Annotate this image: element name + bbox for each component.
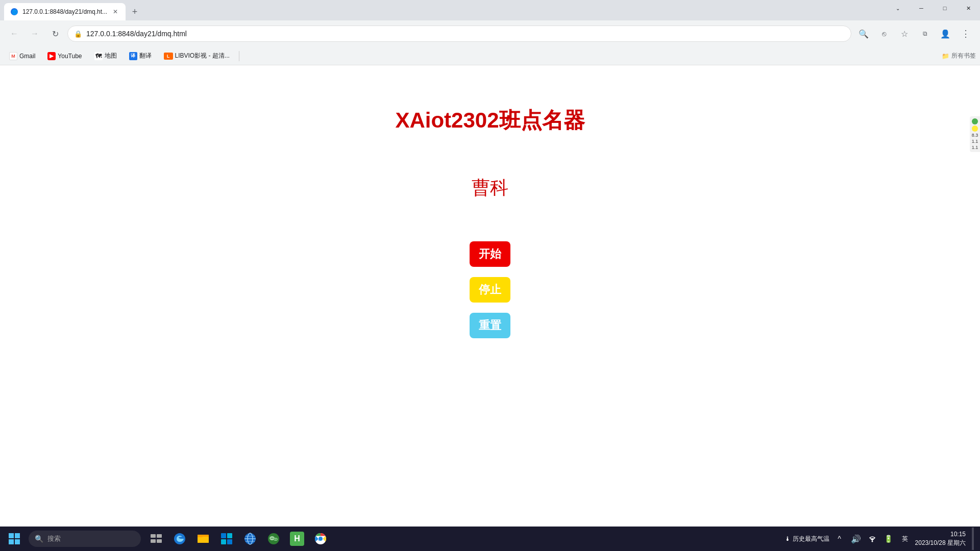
all-bookmarks-button[interactable]: 📁 所有书签 [942,52,976,60]
clock[interactable]: 10:15 2023/10/28 星期六 [915,530,966,547]
taskbar-search[interactable]: 🔍 搜索 [29,531,141,547]
taskview-icon [150,533,162,545]
weather-label: 历史最高气温 [793,535,829,543]
back-button[interactable]: ← [6,26,22,42]
bookmark-maps-label: 地图 [105,52,117,60]
sidebar-num-2: 1.1 [972,139,978,144]
svg-rect-5 [15,539,20,544]
taskview-button[interactable] [145,528,167,550]
split-button[interactable]: ⧉ [917,26,933,42]
search-button[interactable]: 🔍 [855,26,872,42]
svg-rect-4 [9,539,14,544]
bookmark-gmail[interactable]: M Gmail [4,49,40,63]
sidebar-num-3: 1.1 [972,145,978,150]
sidebar-dot-green [972,118,978,124]
close-button[interactable]: ✕ [957,0,980,16]
share-button[interactable]: ⎋ [876,26,892,42]
tab-close-button[interactable]: ✕ [111,8,119,16]
bookmark-translate-label: 翻译 [139,52,152,60]
minimize-button[interactable]: ─ [910,0,933,16]
new-tab-button[interactable]: + [128,5,142,19]
secure-icon: 🔒 [74,30,82,38]
svg-rect-15 [221,539,226,544]
page-content: XAiot2302班点名器 曹科 开始 停止 重置 8.3 1.1 1.1 [0,65,980,551]
gmail-favicon: M [9,52,17,60]
reload-button[interactable]: ↻ [47,26,63,42]
menu-button[interactable]: ⋮ [958,26,974,42]
show-hidden-icons[interactable]: ^ [834,533,846,545]
translate-favicon: 译 [129,52,137,60]
search-label: 搜索 [47,534,61,543]
volume-icon[interactable]: 🔊 [850,533,862,545]
explorer-icon [196,532,210,546]
bookmark-button[interactable]: ☆ [896,26,913,42]
bookmark-gmail-label: Gmail [19,53,35,60]
windows-icon [8,533,20,545]
lang-indicator[interactable]: 英 [899,533,911,545]
svg-rect-8 [151,539,156,543]
wechat-app[interactable] [262,528,285,550]
svg-point-25 [271,538,272,539]
wifi-icon [868,534,877,543]
bookmark-translate[interactable]: 译 翻译 [124,49,157,63]
weather-widget[interactable]: 🌡 历史最高气温 [785,535,829,543]
selected-student-name: 曹科 [472,176,508,201]
svg-rect-14 [227,533,232,538]
all-bookmarks-label: 所有书签 [951,52,976,60]
bookmark-separator [239,51,239,61]
store-app[interactable] [215,528,238,550]
maximize-button[interactable]: □ [933,0,957,16]
browser-app[interactable] [239,528,261,550]
reset-button[interactable]: 重置 [470,313,510,338]
browser-icon [243,532,257,546]
bookmark-libvio[interactable]: L LIBVIO影视 - 超清... [159,49,235,63]
bookmark-libvio-label: LIBVIO影视 - 超清... [175,52,230,60]
url-input[interactable]: 🔒 127.0.0.1:8848/day21/dmq.html [67,26,851,42]
browser-frame: 🌐 127.0.0.1:8848/day21/dmq.ht... ✕ + ⌄ ─… [0,0,980,551]
h-app-icon: H [290,532,304,546]
time-display: 10:15 [915,530,966,539]
right-sidebar: 8.3 1.1 1.1 [970,116,980,152]
tab-title: 127.0.0.1:8848/day21/dmq.ht... [22,8,107,15]
network-icon[interactable] [866,533,878,545]
account-button[interactable]: 👤 [937,26,953,42]
battery-icon[interactable]: 🔋 [883,533,895,545]
bookmarks-bar: M Gmail ▶ YouTube 🗺 地图 译 翻译 L LIBVIO影视 -… [0,47,980,65]
wechat-icon [266,532,281,546]
store-icon [219,532,234,546]
h-app[interactable]: H [286,528,308,550]
svg-rect-3 [15,533,20,538]
page-title: XAiot2302班点名器 [395,106,584,135]
svg-rect-16 [227,539,232,544]
svg-point-28 [276,539,277,540]
url-text: 127.0.0.1:8848/day21/dmq.html [86,30,845,38]
taskbar-apps: H [141,528,785,550]
svg-text:🌐: 🌐 [12,9,18,15]
tab-down-arrow[interactable]: ⌄ [886,0,910,16]
explorer-app[interactable] [192,528,214,550]
date-display: 2023/10/28 星期六 [915,539,966,547]
bookmark-maps[interactable]: 🗺 地图 [89,49,122,63]
edge-app[interactable] [168,528,191,550]
svg-rect-6 [151,534,156,538]
chrome-icon [313,532,328,546]
svg-rect-12 [198,535,203,537]
svg-point-27 [275,539,276,540]
svg-rect-2 [9,533,14,538]
search-icon: 🔍 [35,535,43,543]
taskbar-right: 🌡 历史最高气温 ^ 🔊 🔋 英 10:15 2023/10/28 星期六 [785,528,978,550]
maps-favicon: 🗺 [94,52,103,60]
svg-rect-11 [198,537,209,543]
bookmark-folder-icon: 📁 [942,53,949,60]
active-tab[interactable]: 🌐 127.0.0.1:8848/day21/dmq.ht... ✕ [4,3,126,20]
show-desktop[interactable] [972,528,974,550]
bookmark-youtube[interactable]: ▶ YouTube [42,49,87,63]
sidebar-dot-yellow [972,126,978,132]
chrome-app[interactable] [309,528,332,550]
address-bar: ← → ↻ 🔒 127.0.0.1:8848/day21/dmq.html 🔍 … [0,20,980,47]
start-menu-button[interactable] [2,527,27,551]
start-button[interactable]: 开始 [470,241,510,267]
forward-button[interactable]: → [27,26,43,42]
svg-rect-9 [157,539,162,543]
stop-button[interactable]: 停止 [470,277,510,303]
